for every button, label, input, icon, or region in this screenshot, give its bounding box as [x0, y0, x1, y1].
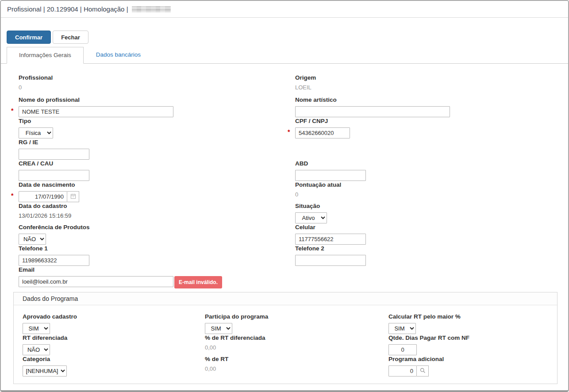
origem-value: LOEIL	[295, 84, 316, 91]
field-pct-rt-diferenciada: % de RT diferenciada 0,00	[205, 334, 265, 351]
field-label: Tipo	[19, 118, 53, 125]
field-label: RG / IE	[19, 139, 89, 146]
search-button[interactable]	[417, 365, 429, 377]
field-qtde-dias-pagar: Qtde. Dias Pagar RT com NF	[388, 334, 469, 355]
field-label: Pontuação atual	[295, 181, 341, 188]
field-label: Celular	[295, 224, 366, 231]
programa-adicional-input[interactable]	[388, 365, 417, 377]
field-label: Email	[19, 266, 222, 273]
tipo-select[interactable]: Física	[19, 127, 53, 138]
field-tipo: Tipo Física	[19, 118, 53, 138]
field-pontuacao-atual: Pontuação atual 0	[295, 181, 341, 198]
profissional-window: Profissional | 20.129904 | Homologação |…	[0, 0, 569, 392]
data-cadastro-value: 13/01/2026 15:16:59	[19, 212, 71, 219]
pct-rt-value: 0,00	[205, 365, 228, 373]
email-input[interactable]	[19, 276, 173, 287]
field-label: Calcular RT pelo maior %	[388, 313, 461, 320]
field-label: % de RT	[205, 356, 228, 363]
toolbar: Confirmar Fechar	[7, 31, 568, 44]
qtde-dias-pagar-input[interactable]	[388, 344, 417, 355]
celular-input[interactable]	[295, 234, 366, 245]
field-label: Data do cadastro	[19, 203, 71, 210]
field-calcular-rt: Calcular RT pelo maior % SIM	[388, 313, 461, 334]
field-label: Conferência de Produtos	[19, 224, 90, 231]
field-label: CPF / CNPJ	[295, 118, 350, 125]
rg-ie-input[interactable]	[19, 149, 89, 160]
field-abd: ABD	[295, 160, 366, 181]
field-data-nascimento: Data de nascimento 7	[19, 181, 79, 202]
pontuacao-atual-value: 0	[295, 191, 341, 198]
calendar-icon: 7	[70, 193, 76, 200]
field-participa-programa: Participa do programa SIM	[205, 313, 268, 334]
field-label: Nome do profissional	[19, 96, 173, 104]
required-marker	[288, 128, 290, 135]
required-marker	[11, 107, 13, 114]
field-label: % de RT diferenciada	[205, 334, 265, 342]
cpf-cnpj-input[interactable]	[295, 127, 350, 138]
field-celular: Celular	[295, 224, 366, 245]
field-label: Situação	[295, 203, 327, 210]
field-label: Participa do programa	[205, 313, 268, 320]
field-conferencia-produtos: Conferência de Produtos NÃO	[19, 224, 90, 245]
close-button[interactable]: Fechar	[53, 31, 88, 44]
field-label: Telefone 1	[19, 245, 89, 252]
situacao-select[interactable]: Ativo	[295, 212, 327, 223]
field-label: Data de nascimento	[19, 181, 79, 188]
field-aprovado-cadastro: Aprovado cadastro SIM	[23, 313, 77, 334]
field-rg-ie: RG / IE	[19, 139, 89, 160]
required-marker	[11, 192, 13, 199]
categoria-select[interactable]: [NENHUMA]	[23, 365, 67, 377]
search-icon	[420, 368, 426, 375]
field-rt-diferenciada: RT diferenciada NÃO	[23, 334, 67, 355]
program-section: Dados do Programa Aprovado cadastro SIM …	[13, 292, 557, 384]
field-origem: Origem LOEIL	[295, 74, 316, 91]
crea-cau-input[interactable]	[19, 170, 89, 181]
field-label: Programa adicional	[388, 356, 444, 363]
aprovado-cadastro-select[interactable]: SIM	[23, 323, 50, 334]
field-nome-artistico: Nome artístico	[295, 96, 450, 117]
field-email: Email E-mail inválido.	[19, 266, 222, 288]
tab-dados-bancarios[interactable]: Dados bancários	[84, 46, 153, 63]
calendar-button[interactable]: 7	[67, 191, 79, 202]
tab-informacoes-gerais[interactable]: Informações Gerais	[7, 47, 84, 64]
calcular-rt-select[interactable]: SIM	[388, 323, 416, 334]
field-label: ABD	[295, 160, 366, 167]
nome-profissional-input[interactable]	[19, 106, 173, 117]
participa-programa-select[interactable]: SIM	[205, 323, 232, 334]
field-label: Categoria	[23, 356, 67, 363]
field-label: Nome artístico	[295, 96, 450, 104]
svg-text:7: 7	[72, 196, 73, 198]
field-data-cadastro: Data do cadastro 13/01/2026 15:16:59	[19, 203, 71, 219]
field-label: Origem	[295, 74, 316, 81]
program-section-title: Dados do Programa	[14, 292, 557, 305]
telefone2-input[interactable]	[295, 255, 366, 266]
tab-bar: Informações Gerais Dados bancários	[1, 47, 568, 64]
field-programa-adicional: Programa adicional	[388, 356, 444, 377]
email-error-badge: E-mail inválido.	[174, 276, 222, 288]
field-telefone2: Telefone 2	[295, 245, 366, 266]
field-label: CREA / CAU	[19, 160, 89, 167]
rt-diferenciada-select[interactable]: NÃO	[23, 344, 50, 355]
data-nascimento-input[interactable]	[19, 191, 67, 202]
pct-rt-diferenciada-value: 0,00	[205, 344, 265, 351]
page-title: Profissional | 20.129904 | Homologação |	[7, 5, 128, 13]
field-cpf-cnpj: CPF / CNPJ	[295, 118, 350, 138]
abd-input[interactable]	[295, 170, 366, 181]
profissional-value: 0	[19, 84, 53, 91]
nome-artistico-input[interactable]	[295, 106, 450, 117]
header-bar: Profissional | 20.129904 | Homologação |	[1, 1, 568, 18]
confirm-button[interactable]: Confirmar	[7, 31, 51, 44]
conferencia-produtos-select[interactable]: NÃO	[19, 234, 46, 245]
redacted-text	[132, 6, 171, 12]
field-label: Qtde. Dias Pagar RT com NF	[388, 334, 469, 342]
field-profissional: Profissional 0	[19, 74, 53, 91]
field-label: Telefone 2	[295, 245, 366, 252]
field-label: Aprovado cadastro	[23, 313, 77, 320]
field-categoria: Categoria [NENHUMA]	[23, 356, 67, 377]
field-telefone1: Telefone 1	[19, 245, 89, 266]
field-situacao: Situação Ativo	[295, 203, 327, 223]
field-label: Profissional	[19, 74, 53, 81]
telefone1-input[interactable]	[19, 255, 89, 266]
field-label: RT diferenciada	[23, 334, 67, 342]
field-pct-rt: % de RT 0,00	[205, 356, 228, 373]
